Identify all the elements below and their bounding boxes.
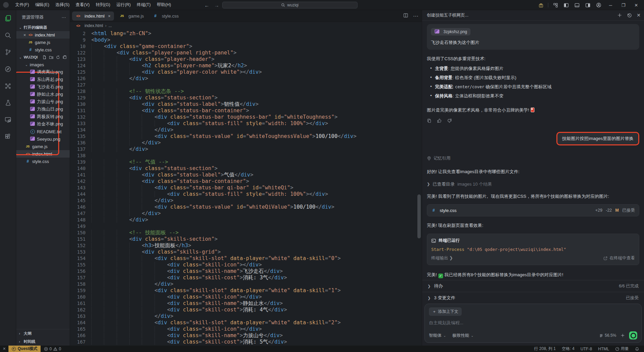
view-in-terminal-link[interactable]: 在终端中查看: [603, 255, 635, 261]
tool-call-row[interactable]: ❯ 已查看目录 images 10 个结果: [427, 181, 639, 187]
changed-files-row[interactable]: ❯ 3 变更文件 已接受: [422, 292, 644, 304]
copy-icon[interactable]: [427, 118, 432, 123]
tree-item-readme[interactable]: README.txt: [16, 128, 70, 135]
forward-icon[interactable]: →: [214, 2, 219, 8]
tab-index.html[interactable]: <>index.html×: [72, 11, 114, 21]
assistant-paragraph: 图片是完美的像素艺术风格，非常符合小丑牌的美学!: [427, 107, 639, 114]
terminal-output-toggle[interactable]: 终端输出 ❯: [431, 255, 453, 261]
problems-indicator[interactable]: 0 0: [41, 347, 64, 351]
gift-icon[interactable]: [536, 1, 546, 9]
more-actions-icon[interactable]: ⋯: [62, 15, 66, 20]
tree-item-style.css[interactable]: #style.css: [16, 158, 70, 165]
chat-composer[interactable]: ＋ 添加上下文 自主规划及编程... 智能体⌄ 极致性能⌄ 56.5%: [424, 304, 642, 343]
run-compass-icon[interactable]: [4, 65, 12, 73]
close-window-button[interactable]: ✕: [630, 0, 642, 10]
line-number: 128: [70, 88, 86, 95]
open-editor-style.css[interactable]: #style.css: [16, 46, 70, 53]
add-context-button[interactable]: ＋ 添加上下文: [429, 307, 462, 316]
menu-item[interactable]: 文件(F): [12, 0, 32, 10]
maximize-button[interactable]: ❐: [618, 0, 629, 10]
usage-meter-icon: [599, 334, 603, 337]
menu-item[interactable]: 帮助(H): [154, 0, 174, 10]
outline-section[interactable]: › 大纲: [16, 329, 70, 337]
editor-scrollbar[interactable]: [417, 194, 421, 238]
encoding-setting[interactable]: UTF-8: [580, 347, 592, 351]
flask-icon[interactable]: [4, 99, 12, 107]
sparkle-icon[interactable]: [620, 333, 625, 338]
tree-item-东山再起.png[interactable]: 东山再起.png: [16, 76, 70, 83]
line-number: 140: [70, 165, 86, 172]
close-icon[interactable]: ×: [22, 32, 27, 38]
quest-mode-badge[interactable]: Quest模式: [8, 346, 41, 352]
composer-input[interactable]: 自主规划及编程...: [429, 320, 637, 326]
new-chat-icon[interactable]: [617, 13, 622, 18]
changed-file-card[interactable]: # style.css +29 -22 M 已接受: [427, 204, 639, 216]
menu-item[interactable]: 转到(G): [93, 0, 113, 10]
menu-item[interactable]: 编辑(E): [32, 0, 52, 10]
folder-images[interactable]: ⌄ images: [16, 61, 70, 68]
memory-reference-row[interactable]: 记忆引用: [427, 156, 639, 161]
more-actions-icon[interactable]: ⋯: [413, 13, 418, 19]
tree-item-两极反转.png[interactable]: 两极反转.png: [16, 113, 70, 120]
menu-item[interactable]: 选择(S): [52, 0, 73, 10]
source-control-icon[interactable]: [4, 48, 12, 56]
explorer-icon[interactable]: [4, 14, 12, 22]
layout-grid-icon[interactable]: [551, 1, 560, 9]
panel-bottom-icon[interactable]: [572, 1, 582, 9]
blocks-icon[interactable]: [4, 133, 12, 141]
language-mode[interactable]: HTML: [598, 347, 609, 351]
open-editor-game.js[interactable]: JSgame.js: [16, 39, 70, 46]
tree-item-调虎离山.png[interactable]: 调虎离山.png: [16, 68, 70, 76]
close-panel-icon[interactable]: ✕: [637, 13, 641, 18]
refresh-icon[interactable]: [56, 55, 60, 60]
open-editors-header[interactable]: ⌄ 打开的编辑器: [16, 24, 70, 31]
tree-item-静如止水.png[interactable]: 静如止水.png: [16, 91, 70, 98]
new-file-icon[interactable]: [42, 55, 47, 60]
collapse-all-icon[interactable]: [63, 55, 67, 60]
split-editor-icon[interactable]: [403, 13, 408, 18]
menu-item[interactable]: 运行(R): [113, 0, 134, 10]
remote-indicator-icon[interactable]: ✕: [0, 347, 8, 351]
panel-left-icon[interactable]: [561, 1, 571, 9]
send-stop-button[interactable]: [629, 331, 637, 339]
code-editor[interactable]: 2<html lang="zh-CN">9<body>10 <div class…: [70, 29, 422, 346]
tree-item-index.html[interactable]: <>index.html: [16, 150, 70, 158]
close-icon[interactable]: ×: [108, 14, 111, 19]
cursor-position[interactable]: 行 208, 列 1: [534, 346, 556, 352]
search-icon[interactable]: [4, 31, 12, 39]
tab-style.css[interactable]: #style.css: [149, 11, 182, 21]
timeline-section[interactable]: › 时间线: [16, 337, 70, 346]
mode-dropdown[interactable]: 极致性能⌄: [452, 333, 474, 338]
menu-item[interactable]: 查看(V): [72, 0, 93, 10]
indentation-setting[interactable]: 空格: 4: [562, 346, 574, 352]
breadcrumb[interactable]: <> index.html › ...: [70, 22, 422, 29]
new-folder-icon[interactable]: [49, 55, 53, 60]
workspace-header[interactable]: ⌄ WUZIQI: [16, 53, 70, 61]
menu-item[interactable]: 终端(T): [134, 0, 154, 10]
tree-item-力拔山兮.png[interactable]: 力拔山兮.png: [16, 98, 70, 105]
usage-indicator[interactable]: 用量: [615, 346, 629, 352]
account-icon[interactable]: [594, 1, 603, 9]
panel-right-icon[interactable]: [583, 1, 593, 9]
attachment-chip[interactable]: 3zpksfsz.png: [431, 28, 470, 36]
tree-item-game.js[interactable]: JSgame.js: [16, 143, 70, 150]
open-editor-index.html[interactable]: ×<>index.html: [16, 31, 70, 39]
bell-icon[interactable]: [635, 347, 639, 351]
tree-item-力挽山日.png[interactable]: 力挽山日.png: [16, 105, 70, 113]
tree-item-飞沙走石.png[interactable]: 飞沙走石.png: [16, 83, 70, 91]
command-search-box[interactable]: wuziqi: [222, 2, 358, 8]
minimize-button[interactable]: ─: [605, 0, 616, 10]
thumbs-down-icon[interactable]: [447, 118, 452, 123]
thumbs-up-icon[interactable]: [437, 118, 442, 123]
line-content: <div class="player-panel right-panel">: [86, 50, 236, 56]
tree-item-seeyou[interactable]: Seeyou.png: [16, 135, 70, 143]
file-name: 力拔山兮.png: [37, 99, 63, 105]
history-icon[interactable]: [627, 13, 632, 18]
tree-item-拾金不昧.png[interactable]: 拾金不昧.png: [16, 120, 70, 128]
extensions-nodes-icon[interactable]: [4, 82, 12, 90]
agent-dropdown[interactable]: 智能体⌄: [429, 333, 446, 338]
tab-game.js[interactable]: JSgame.js: [116, 11, 147, 21]
remote-device-icon[interactable]: [4, 116, 12, 124]
todo-row[interactable]: ❯ 待办 6/6 已完成: [422, 280, 644, 292]
back-icon[interactable]: ←: [204, 2, 209, 8]
